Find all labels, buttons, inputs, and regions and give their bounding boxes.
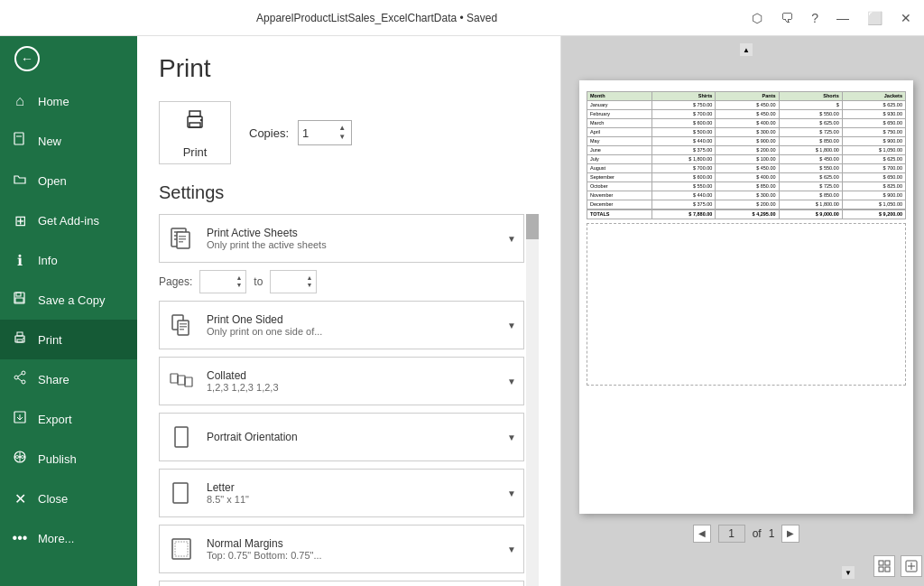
totals-jackets: $ 9,200.00: [842, 209, 905, 219]
close-sidebar-icon: ✕: [11, 490, 29, 507]
setting-main-portrait: Portrait Orientation: [207, 431, 496, 443]
page-of-label: of: [753, 527, 762, 540]
pages-label: Pages:: [159, 275, 192, 288]
save-copy-icon: [11, 291, 29, 309]
svg-point-10: [14, 376, 18, 379]
sidebar-item-open[interactable]: Open: [0, 161, 137, 200]
help-icon[interactable]: ?: [806, 7, 824, 29]
svg-rect-38: [175, 427, 188, 447]
svg-rect-46: [879, 567, 883, 572]
setting-main-margins: Normal Margins: [207, 537, 496, 550]
sidebar-item-publish[interactable]: Publish: [0, 439, 137, 479]
add-ins-icon: ⊞: [11, 212, 29, 229]
setting-margins[interactable]: Normal Margins Top: 0.75" Bottom: 0.75".…: [159, 525, 524, 573]
sidebar-label-export: Export: [38, 413, 72, 426]
print-title: Print: [159, 54, 539, 83]
print-button-area: Print Copies: 1 ▲ ▼: [159, 101, 539, 164]
sidebar-label-close: Close: [38, 492, 68, 506]
svg-line-12: [18, 374, 22, 377]
content-area: Print Print Copies:: [137, 36, 924, 586]
sidebar-item-info[interactable]: ℹ Info: [0, 240, 137, 280]
preview-scroll-up[interactable]: ▲: [740, 43, 753, 56]
prev-page-btn[interactable]: ◀: [693, 525, 711, 543]
diamond-icon[interactable]: ⬡: [746, 7, 768, 29]
copies-input[interactable]: 1 ▲ ▼: [298, 120, 352, 145]
pages-to-input[interactable]: ▲ ▼: [270, 270, 317, 293]
preview-corner-icons: [873, 555, 922, 577]
pages-to-down[interactable]: ▼: [306, 282, 312, 289]
main-layout: ← ⌂ Home New Open ⊞ Get Add: [0, 36, 924, 586]
svg-rect-36: [178, 376, 185, 385]
pages-from-spinners[interactable]: ▲ ▼: [236, 274, 242, 290]
pages-from-down[interactable]: ▼: [236, 282, 242, 289]
setting-letter[interactable]: Letter 8.5" x 11" ▼: [159, 469, 524, 517]
settings-scrollbar-thumb[interactable]: [526, 214, 539, 239]
svg-rect-28: [179, 238, 186, 240]
portrait-icon: [160, 414, 203, 460]
zoom-icon[interactable]: [901, 555, 922, 577]
copies-up[interactable]: ▲: [337, 124, 347, 133]
col-month: Month: [587, 91, 652, 100]
setting-print-active-sheets[interactable]: Print Active Sheets Only print the activ…: [159, 214, 524, 263]
maximize-icon[interactable]: ⬜: [862, 7, 888, 29]
sidebar-label-publish: Publish: [38, 452, 77, 466]
svg-rect-32: [180, 323, 187, 325]
sidebar-label-save-copy: Save a Copy: [38, 293, 105, 307]
sidebar-item-add-ins[interactable]: ⊞ Get Add-ins: [0, 200, 137, 240]
copies-down[interactable]: ▼: [337, 133, 347, 142]
minimize-icon[interactable]: —: [831, 7, 855, 29]
preview-paper: Month Shirts Pants Shorts Jackets Januar…: [579, 80, 913, 514]
sidebar-item-new[interactable]: New: [0, 121, 137, 161]
setting-text-active-sheets: Print Active Sheets Only print the activ…: [203, 221, 500, 256]
current-page-display[interactable]: 1: [718, 525, 745, 543]
export-icon: [11, 410, 29, 428]
setting-one-sided[interactable]: Print One Sided Only print on one side o…: [159, 301, 524, 349]
pages-from-up[interactable]: ▲: [236, 274, 242, 282]
one-sided-arrow: ▼: [500, 321, 523, 330]
close-icon[interactable]: ✕: [895, 7, 917, 29]
sidebar-item-save-copy[interactable]: Save a Copy: [0, 280, 137, 320]
print-button[interactable]: Print: [159, 101, 231, 164]
setting-main-collated: Collated: [207, 369, 496, 382]
total-pages-display: 1: [769, 527, 775, 540]
settings-scrollbar-track[interactable]: ▼: [526, 214, 539, 586]
sidebar-item-close[interactable]: ✕ Close: [0, 479, 137, 518]
svg-rect-35: [171, 374, 178, 383]
grid-view-icon[interactable]: [873, 555, 895, 577]
copies-value: 1: [302, 126, 309, 140]
setting-portrait[interactable]: Portrait Orientation ▼: [159, 413, 524, 461]
setting-text-collated: Collated 1,2,3 1,2,3 1,2,3: [203, 364, 500, 398]
print-icon: [11, 330, 29, 349]
pages-to-label: to: [254, 275, 263, 288]
preview-table: Month Shirts Pants Shorts Jackets Januar…: [587, 91, 906, 219]
sidebar-item-share[interactable]: Share: [0, 359, 137, 399]
back-button[interactable]: ←: [0, 36, 137, 81]
feedback-icon[interactable]: 🗨: [775, 7, 799, 29]
fit-sheet-icon: [160, 581, 203, 586]
sidebar-label-open: Open: [38, 174, 67, 188]
sidebar-item-home[interactable]: ⌂ Home: [0, 81, 137, 121]
svg-rect-47: [885, 567, 890, 572]
setting-collated[interactable]: Collated 1,2,3 1,2,3 1,2,3 ▼: [159, 357, 524, 405]
sidebar-item-export[interactable]: Export: [0, 399, 137, 439]
print-panel: Print Print Copies:: [137, 36, 561, 586]
next-page-btn[interactable]: ▶: [781, 525, 799, 543]
preview-scroll-down[interactable]: ▼: [842, 566, 855, 579]
sidebar-label-new: New: [38, 135, 61, 148]
table-row: February$ 700.00$ 450.00$ 550.00$ 930.00: [587, 109, 906, 118]
printer-icon: [181, 107, 208, 140]
sidebar-item-print[interactable]: Print: [0, 320, 137, 359]
svg-rect-44: [879, 561, 883, 565]
copies-spinners[interactable]: ▲ ▼: [337, 124, 347, 142]
sidebar-label-add-ins: Get Add-ins: [38, 214, 99, 228]
setting-main-active-sheets: Print Active Sheets: [207, 227, 496, 239]
setting-text-letter: Letter 8.5" x 11": [203, 476, 500, 510]
pages-to-up[interactable]: ▲: [306, 274, 312, 282]
svg-rect-29: [179, 241, 183, 243]
sidebar-item-more[interactable]: ••• More...: [0, 518, 137, 558]
sidebar-label-info: Info: [38, 254, 58, 267]
pages-to-spinners[interactable]: ▲ ▼: [306, 274, 312, 290]
col-shirts: Shirts: [652, 91, 716, 100]
pages-from-input[interactable]: ▲ ▼: [199, 270, 246, 293]
setting-fit-sheet[interactable]: Fit Sheet on One Page Shrink the printou…: [159, 581, 524, 586]
